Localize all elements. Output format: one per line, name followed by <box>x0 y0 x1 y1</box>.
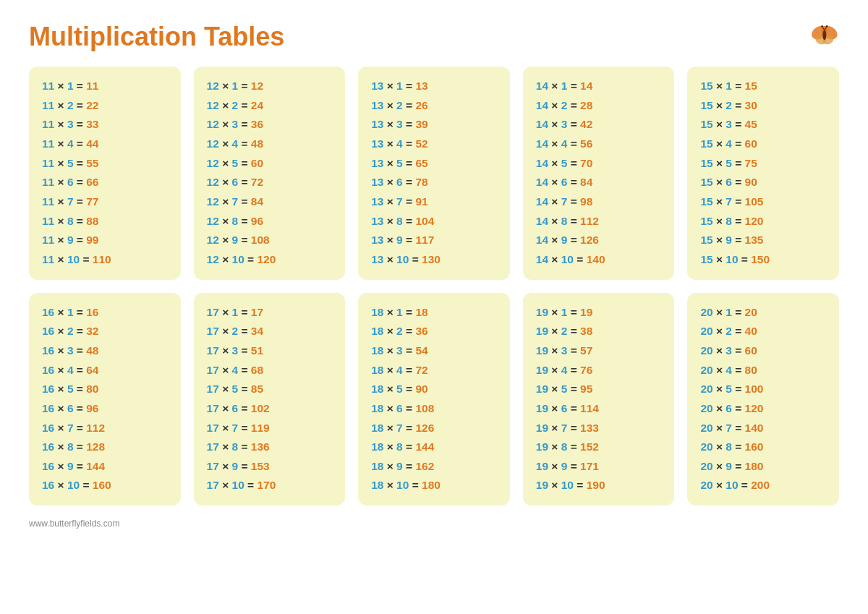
equals: = <box>567 176 580 188</box>
operator: × <box>548 195 561 208</box>
product: 17 <box>251 306 263 318</box>
equals: = <box>732 176 745 188</box>
product: 26 <box>415 99 427 111</box>
product: 39 <box>415 118 427 130</box>
product: 16 <box>86 306 98 318</box>
multiplicand: 15 <box>700 253 712 265</box>
operator: × <box>219 422 232 434</box>
equals: = <box>403 383 416 395</box>
product: 77 <box>86 195 98 208</box>
operator: × <box>548 253 561 265</box>
equals: = <box>403 157 416 169</box>
table-row: 12 × 6 = 72 <box>207 173 334 192</box>
operator: × <box>219 234 232 246</box>
table-row: 14 × 4 = 56 <box>536 135 663 154</box>
equals: = <box>74 364 87 376</box>
multiplier: 1 <box>396 306 403 318</box>
multiplicand: 13 <box>371 195 383 208</box>
multiplier: 7 <box>726 422 732 434</box>
product: 80 <box>745 364 757 376</box>
multiplicand: 12 <box>207 137 219 150</box>
product: 51 <box>251 344 263 357</box>
equals: = <box>74 344 87 357</box>
operator: × <box>219 306 232 318</box>
multiplicand: 12 <box>207 195 219 208</box>
equals: = <box>567 99 580 111</box>
table-card-14: 14 × 1 = 1414 × 2 = 2814 × 3 = 4214 × 4 … <box>523 67 675 280</box>
table-row: 15 × 2 = 30 <box>700 96 827 116</box>
product: 133 <box>580 422 599 434</box>
equals: = <box>74 137 87 150</box>
equals: = <box>238 422 251 434</box>
operator: × <box>548 383 561 395</box>
table-row: 17 × 3 = 51 <box>207 341 334 361</box>
table-row: 17 × 4 = 68 <box>207 361 334 380</box>
equals: = <box>567 195 580 208</box>
product: 66 <box>86 176 98 188</box>
operator: × <box>383 364 396 376</box>
table-row: 20 × 9 = 180 <box>700 457 827 477</box>
multiplier: 10 <box>67 253 80 265</box>
product: 95 <box>580 383 592 395</box>
multiplicand: 13 <box>371 176 383 188</box>
operator: × <box>713 215 726 227</box>
operator: × <box>713 157 726 169</box>
operator: × <box>548 234 561 246</box>
operator: × <box>383 215 396 227</box>
multiplicand: 20 <box>700 422 712 434</box>
table-row: 16 × 6 = 96 <box>42 399 169 419</box>
product: 126 <box>580 234 599 246</box>
multiplier: 2 <box>232 325 239 337</box>
equals: = <box>732 118 745 130</box>
operator: × <box>54 422 67 434</box>
product: 84 <box>251 195 263 208</box>
multiplier: 9 <box>232 234 239 246</box>
operator: × <box>713 306 726 318</box>
product: 99 <box>86 234 98 246</box>
product: 76 <box>580 364 592 376</box>
multiplier: 4 <box>67 137 74 150</box>
table-row: 16 × 10 = 160 <box>42 476 169 495</box>
equals: = <box>567 344 580 357</box>
equals: = <box>732 306 745 318</box>
product: 65 <box>415 157 427 169</box>
table-row: 18 × 2 = 36 <box>371 322 498 341</box>
operator: × <box>548 364 561 376</box>
table-row: 19 × 6 = 114 <box>536 399 663 419</box>
operator: × <box>713 80 726 92</box>
table-row: 19 × 2 = 38 <box>536 322 663 341</box>
operator: × <box>713 460 726 472</box>
operator: × <box>713 195 726 208</box>
equals: = <box>238 364 251 376</box>
multiplier: 10 <box>232 253 244 265</box>
multiplicand: 20 <box>700 383 712 395</box>
operator: × <box>713 234 726 246</box>
multiplicand: 19 <box>536 383 548 395</box>
product: 90 <box>415 383 427 395</box>
multiplier: 6 <box>232 176 239 188</box>
table-row: 20 × 2 = 40 <box>700 322 827 341</box>
operator: × <box>383 137 396 150</box>
product: 19 <box>580 306 592 318</box>
multiplier: 3 <box>232 118 239 130</box>
equals: = <box>403 460 416 472</box>
equals: = <box>403 440 416 453</box>
multiplier: 10 <box>232 479 244 491</box>
svg-point-7 <box>821 25 823 27</box>
multiplicand: 14 <box>536 99 548 111</box>
table-row: 17 × 5 = 85 <box>207 380 334 399</box>
multiplier: 9 <box>726 460 732 472</box>
multiplicand: 13 <box>371 137 383 150</box>
table-row: 13 × 9 = 117 <box>371 231 498 250</box>
table-row: 17 × 8 = 136 <box>207 438 334 457</box>
logo-icon <box>809 22 839 52</box>
equals: = <box>238 215 251 227</box>
operator: × <box>219 383 232 395</box>
equals: = <box>74 195 87 208</box>
operator: × <box>219 215 232 227</box>
table-row: 15 × 1 = 15 <box>700 77 827 96</box>
multiplier: 9 <box>67 234 74 246</box>
equals: = <box>403 215 416 227</box>
multiplier: 4 <box>232 364 239 376</box>
product: 144 <box>415 440 434 453</box>
